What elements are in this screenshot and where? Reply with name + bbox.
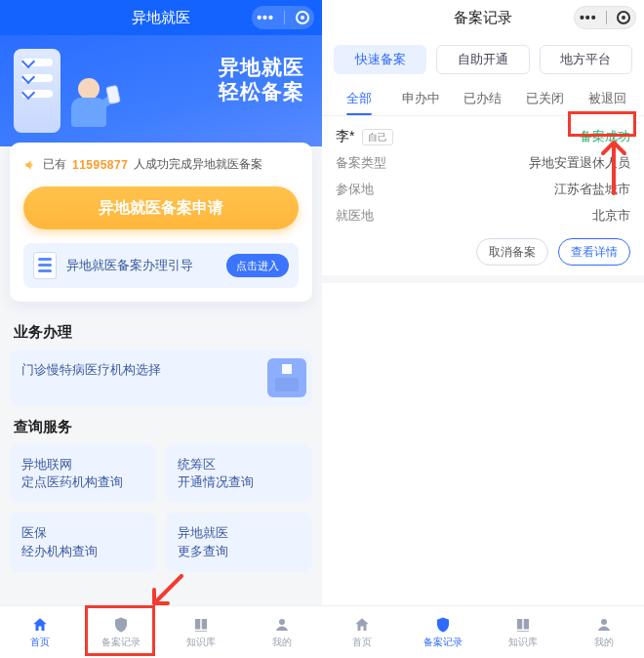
tab-home[interactable]: 首页 (0, 606, 81, 658)
record-name: 李* 自己 (336, 128, 393, 145)
home-icon (30, 616, 50, 634)
tab-record[interactable]: 备案记录 (81, 606, 162, 658)
close-icon[interactable] (296, 11, 309, 24)
tab-knowledge[interactable]: 知识库 (161, 606, 242, 658)
home-icon (352, 616, 372, 634)
counter-number: 11595877 (72, 158, 128, 172)
hospital-icon (267, 358, 306, 397)
seg-self[interactable]: 自助开通 (436, 45, 529, 74)
apply-card: 已有 11595877 人成功完成异地就医备案 异地就医备案申请 异地就医备案办… (10, 143, 312, 302)
apply-button[interactable]: 异地就医备案申请 (23, 186, 299, 229)
enter-button[interactable]: 点击进入 (226, 254, 289, 277)
record-card: 李* 自己 备案成功 备案类型异地安置退休人员 参保地江苏省盐城市 就医地北京市… (322, 116, 644, 283)
more-icon[interactable]: ••• (257, 10, 274, 25)
arrow-icon (144, 574, 183, 613)
records-pane: 备案记录 ••• 快速备案 自助开通 地方平台 全部 申办中 已办结 已关闭 被… (322, 0, 644, 658)
self-tag: 自己 (362, 129, 393, 145)
titlebar: 异地就医 ••• (0, 0, 322, 35)
arrow-icon (597, 137, 630, 195)
filter-tabs: 全部 申办中 已办结 已关闭 被退回 (322, 80, 644, 116)
seg-quick[interactable]: 快速备案 (334, 45, 426, 74)
book-icon (191, 616, 211, 634)
miniprogram-capsule[interactable]: ••• (574, 6, 636, 29)
tab-home[interactable]: 首页 (322, 606, 403, 658)
section-title-query: 查询服务 (0, 406, 322, 444)
tab-bar: 首页 备案记录 知识库 我的 (0, 605, 322, 658)
filter-closed[interactable]: 已关闭 (514, 80, 577, 115)
tab-knowledge[interactable]: 知识库 (483, 606, 564, 658)
hero-slogan: 异地就医 轻松备案 (117, 45, 312, 103)
person-illustration (66, 78, 111, 137)
cancel-record-button[interactable]: 取消备案 (476, 238, 548, 266)
titlebar: 备案记录 ••• (322, 0, 644, 35)
sound-icon (23, 158, 37, 172)
tab-mine[interactable]: 我的 (242, 606, 323, 658)
page-title: 备案记录 (454, 9, 512, 27)
filter-returned[interactable]: 被退回 (576, 80, 638, 115)
tile-chronic-select[interactable]: 门诊慢特病医疗机构选择 (10, 350, 312, 406)
home-pane: 异地就医 ••• 异地就医 轻松备案 (0, 0, 322, 658)
miniprogram-capsule[interactable]: ••• (252, 6, 314, 29)
svg-point-1 (601, 619, 607, 625)
more-icon[interactable]: ••• (580, 10, 597, 25)
filter-all[interactable]: 全部 (328, 80, 390, 115)
seg-local[interactable]: 地方平台 (540, 45, 632, 74)
document-icon (33, 252, 57, 279)
tile-network-query[interactable]: 异地联网 定点医药机构查询 (10, 444, 156, 503)
view-detail-button[interactable]: 查看详情 (558, 238, 630, 266)
success-counter: 已有 11595877 人成功完成异地就医备案 (23, 156, 299, 173)
phone-illustration (14, 49, 60, 133)
tile-region-query[interactable]: 统筹区 开通情况查询 (166, 444, 312, 503)
hero-banner: 异地就医 轻松备案 (0, 35, 322, 146)
filter-done[interactable]: 已办结 (452, 80, 514, 115)
tab-bar: 首页 备案记录 知识库 我的 (322, 605, 644, 658)
guide-bar[interactable]: 异地就医备案办理引导 点击进入 (23, 243, 299, 288)
page-title: 异地就医 (132, 9, 190, 27)
close-icon[interactable] (617, 11, 630, 24)
segment-row: 快速备案 自助开通 地方平台 (322, 35, 644, 80)
filter-pending[interactable]: 申办中 (390, 80, 453, 115)
book-icon (513, 616, 533, 634)
shield-icon (433, 616, 453, 634)
tab-record[interactable]: 备案记录 (403, 606, 484, 658)
tile-agency-query[interactable]: 医保 经办机构查询 (10, 513, 156, 571)
section-title-biz: 业务办理 (0, 311, 322, 350)
user-icon (594, 616, 614, 634)
tab-mine[interactable]: 我的 (564, 606, 645, 658)
tile-more-query[interactable]: 异地就医 更多查询 (166, 513, 312, 571)
svg-point-0 (279, 619, 285, 625)
shield-icon (111, 616, 131, 634)
user-icon (272, 616, 292, 634)
